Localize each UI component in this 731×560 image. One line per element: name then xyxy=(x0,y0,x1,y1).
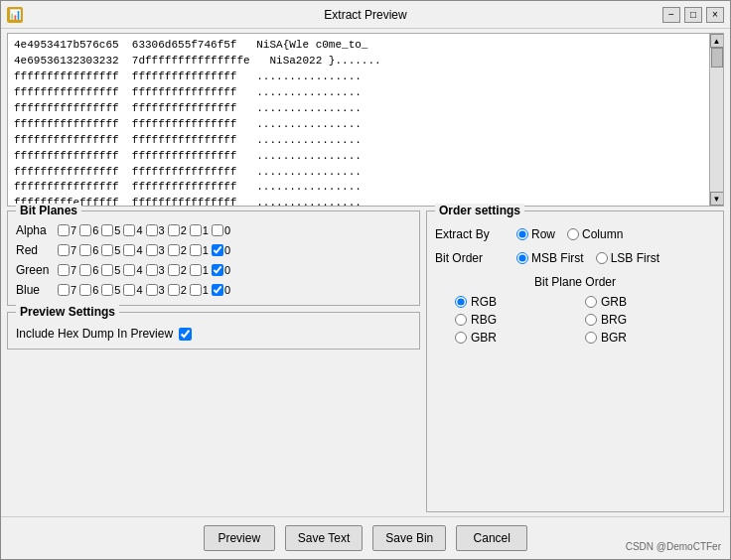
bit-item-blue-3: 3 xyxy=(146,284,165,296)
bit-label-blue-1: 1 xyxy=(203,284,209,296)
bit-item-alpha-3: 3 xyxy=(146,224,165,236)
bit-order-radio-msb-first[interactable] xyxy=(516,252,528,264)
bpo-radio-bgr[interactable] xyxy=(585,332,597,344)
bpo-radio-brg[interactable] xyxy=(585,314,597,326)
save-text-button[interactable]: Save Text xyxy=(285,525,363,551)
bit-checkbox-group-red: 76543210 xyxy=(58,244,230,256)
save-bin-button[interactable]: Save Bin xyxy=(372,525,446,551)
preview-settings-content: Include Hex Dump In Preview xyxy=(16,327,411,341)
bit-checkbox-alpha-3[interactable] xyxy=(146,224,158,236)
bit-label-green-5: 5 xyxy=(114,264,120,276)
scroll-track[interactable] xyxy=(710,48,723,192)
bit-label-red-3: 3 xyxy=(159,244,165,256)
bit-item-blue-5: 5 xyxy=(101,284,120,296)
bit-item-red-4: 4 xyxy=(123,244,142,256)
bit-checkbox-alpha-2[interactable] xyxy=(168,224,180,236)
bit-checkbox-blue-0[interactable] xyxy=(212,284,223,296)
bit-checkbox-blue-6[interactable] xyxy=(79,284,91,296)
vertical-scrollbar[interactable]: ▲ ▼ xyxy=(709,34,723,206)
bit-checkbox-green-3[interactable] xyxy=(146,264,158,276)
extract-by-radio-label-row: Row xyxy=(531,227,555,241)
bit-item-green-7: 7 xyxy=(58,264,76,276)
scroll-up-arrow[interactable]: ▲ xyxy=(710,34,724,48)
bit-checkbox-green-7[interactable] xyxy=(58,264,70,276)
preview-button[interactable]: Preview xyxy=(204,525,275,551)
bit-checkbox-green-2[interactable] xyxy=(168,264,180,276)
bit-label-green-4: 4 xyxy=(136,264,142,276)
bit-label-alpha-6: 6 xyxy=(92,224,98,236)
bit-checkbox-red-1[interactable] xyxy=(190,244,202,256)
watermark: CSDN @DemoCTFer xyxy=(626,541,721,552)
bit-checkbox-alpha-4[interactable] xyxy=(123,224,135,236)
minimize-button[interactable]: − xyxy=(662,7,680,23)
bit-label-blue-5: 5 xyxy=(114,284,120,296)
bit-checkbox-alpha-1[interactable] xyxy=(190,224,202,236)
bit-plane-order-title: Bit Plane Order xyxy=(435,275,715,289)
title-bar-left: 📊 xyxy=(7,7,23,23)
bit-item-blue-1: 1 xyxy=(190,284,209,296)
hex-dump-checkbox[interactable] xyxy=(179,328,192,341)
extract-by-radio-row[interactable] xyxy=(516,228,528,240)
scroll-down-arrow[interactable]: ▼ xyxy=(710,192,724,206)
footer: Preview Save Text Save Bin Cancel xyxy=(1,516,730,559)
bpo-radio-rgb[interactable] xyxy=(455,296,467,308)
bit-checkbox-alpha-0[interactable] xyxy=(212,224,223,236)
bit-checkbox-red-7[interactable] xyxy=(58,244,70,256)
bit-label-alpha-3: 3 xyxy=(159,224,165,236)
bit-checkbox-blue-2[interactable] xyxy=(168,284,180,296)
extract-by-radio-group: RowColumn xyxy=(516,227,623,241)
extract-by-row: Extract By RowColumn xyxy=(435,227,715,241)
bit-checkbox-green-0[interactable] xyxy=(212,264,223,276)
bit-item-blue-7: 7 xyxy=(58,284,76,296)
preview-settings-group: Preview Settings Include Hex Dump In Pre… xyxy=(7,312,420,350)
bit-checkbox-red-4[interactable] xyxy=(123,244,135,256)
extract-by-label: Extract By xyxy=(435,227,507,241)
bit-checkbox-red-3[interactable] xyxy=(146,244,158,256)
close-button[interactable]: × xyxy=(706,7,724,23)
bit-label-red-4: 4 xyxy=(136,244,142,256)
bit-checkbox-alpha-5[interactable] xyxy=(101,224,113,236)
bit-label-red-0: 0 xyxy=(224,244,230,256)
bit-label-red-5: 5 xyxy=(114,244,120,256)
bpo-label-brg: BRG xyxy=(601,313,627,327)
bit-label-alpha-7: 7 xyxy=(71,224,76,236)
bit-checkbox-red-5[interactable] xyxy=(101,244,113,256)
bit-checkbox-blue-7[interactable] xyxy=(58,284,70,296)
bit-checkbox-alpha-7[interactable] xyxy=(58,224,70,236)
bpo-item-bgr: BGR xyxy=(585,331,695,345)
bit-checkbox-blue-3[interactable] xyxy=(146,284,158,296)
bit-checkbox-green-5[interactable] xyxy=(101,264,113,276)
bit-checkbox-group-green: 76543210 xyxy=(58,264,230,276)
bit-planes-grid: Alpha76543210Red76543210Green76543210Blu… xyxy=(16,223,411,297)
bpo-radio-gbr[interactable] xyxy=(455,332,467,344)
bit-checkbox-alpha-6[interactable] xyxy=(79,224,91,236)
scroll-thumb[interactable] xyxy=(711,48,723,68)
bit-order-radio-group: MSB FirstLSB First xyxy=(516,251,659,265)
bit-checkbox-blue-4[interactable] xyxy=(123,284,135,296)
bit-checkbox-green-4[interactable] xyxy=(123,264,135,276)
bpo-radio-rbg[interactable] xyxy=(455,314,467,326)
restore-button[interactable]: □ xyxy=(684,7,702,23)
bit-item-alpha-0: 0 xyxy=(212,224,230,236)
cancel-button[interactable]: Cancel xyxy=(456,525,527,551)
bit-checkbox-blue-1[interactable] xyxy=(190,284,202,296)
bit-label-blue-3: 3 xyxy=(159,284,165,296)
bit-item-green-6: 6 xyxy=(79,264,98,276)
window-controls: − □ × xyxy=(662,7,724,23)
bit-checkbox-blue-5[interactable] xyxy=(101,284,113,296)
bit-checkbox-green-6[interactable] xyxy=(79,264,91,276)
bit-label-blue-7: 7 xyxy=(71,284,76,296)
bit-plane-order-section: Bit Plane Order RGBGRBRBGBRGGBRBGR xyxy=(435,275,715,345)
extract-by-radio-column[interactable] xyxy=(567,228,579,240)
bit-order-radio-label-msb-first: MSB First xyxy=(531,251,584,265)
bit-checkbox-green-1[interactable] xyxy=(190,264,202,276)
bit-checkbox-red-2[interactable] xyxy=(168,244,180,256)
bit-item-alpha-6: 6 xyxy=(79,224,98,236)
bit-row-alpha: Alpha76543210 xyxy=(16,223,411,237)
bit-label-alpha-2: 2 xyxy=(181,224,187,236)
bit-checkbox-red-6[interactable] xyxy=(79,244,91,256)
bit-checkbox-red-0[interactable] xyxy=(212,244,223,256)
bpo-radio-grb[interactable] xyxy=(585,296,597,308)
bit-order-radio-lsb-first[interactable] xyxy=(596,252,608,264)
left-panel: Bit Planes Alpha76543210Red76543210Green… xyxy=(7,210,420,512)
